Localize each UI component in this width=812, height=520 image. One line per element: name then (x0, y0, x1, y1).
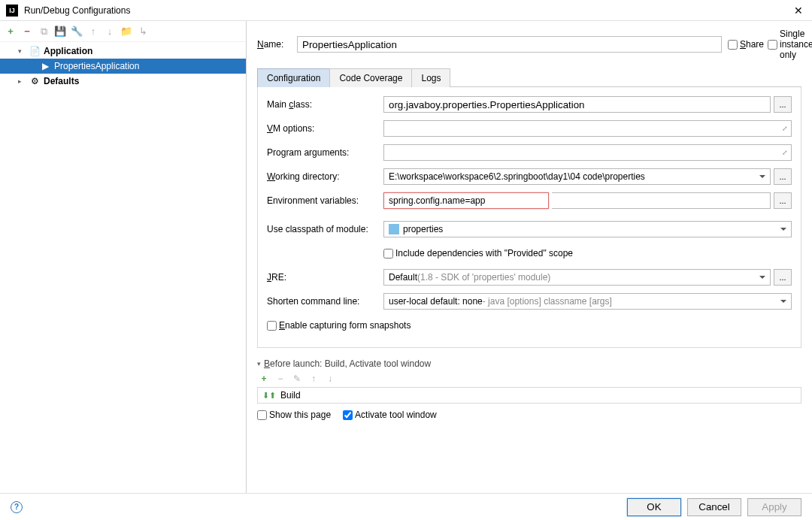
env-vars-input-rest[interactable] (552, 192, 771, 209)
build-icon: ⬇⬆ (262, 391, 276, 401)
window-title: Run/Debug Configurations (24, 5, 791, 16)
add-config-icon[interactable]: + (5, 26, 17, 38)
env-vars-input-highlight[interactable]: spring.config.name=app (383, 192, 549, 209)
chevron-down-icon: ▾ (257, 360, 261, 367)
tree-node-defaults[interactable]: ▸ ⚙ Defaults (0, 74, 246, 89)
single-instance-checkbox[interactable]: Single instance only (768, 29, 801, 60)
expand-icon[interactable]: ↳ (137, 26, 149, 38)
shorten-label: Shorten command line: (267, 296, 383, 307)
name-label: Name: (257, 39, 291, 50)
titlebar: IJ Run/Debug Configurations ✕ (0, 0, 812, 21)
program-args-input[interactable] (389, 145, 786, 160)
save-config-icon[interactable]: 💾 (54, 26, 66, 38)
main-class-browse-button[interactable]: ... (774, 96, 792, 113)
name-input[interactable] (297, 36, 722, 53)
remove-task-icon[interactable]: − (275, 373, 286, 384)
ok-button[interactable]: OK (627, 498, 681, 516)
run-config-icon: ▶ (39, 60, 51, 72)
copy-config-icon[interactable]: ⧉ (38, 26, 50, 38)
activate-tool-window-checkbox[interactable]: Activate tool window (343, 410, 437, 420)
close-icon[interactable]: ✕ (791, 5, 806, 17)
move-up-icon[interactable]: ↑ (87, 26, 99, 38)
content-panel: Name: Share Single instance only Configu… (247, 21, 812, 493)
configuration-panel: Main class: ... VM options: ⤢ Program ar… (257, 87, 801, 348)
env-vars-label: Environment variables: (267, 195, 383, 206)
build-task-row[interactable]: ⬇⬆ Build (257, 387, 801, 404)
include-deps-checkbox[interactable]: Include dependencies with "Provided" sco… (383, 248, 573, 258)
before-launch-toolbar: + − ✎ ↑ ↓ (257, 373, 801, 384)
jre-dropdown[interactable]: Default (1.8 - SDK of 'properties' modul… (383, 269, 771, 286)
folder-icon[interactable]: 📁 (120, 26, 132, 38)
intellij-icon: IJ (6, 5, 18, 17)
jre-label: JRE: (267, 272, 383, 283)
share-checkbox[interactable]: Share (728, 39, 762, 50)
show-this-page-checkbox[interactable]: Show this page (257, 410, 331, 420)
task-down-icon[interactable]: ↓ (325, 373, 335, 384)
jre-browse-button[interactable]: ... (774, 269, 792, 286)
tab-configuration[interactable]: Configuration (257, 68, 330, 87)
name-row: Name: Share Single instance only (257, 29, 801, 60)
chevron-down-icon: ▾ (18, 47, 26, 55)
working-dir-input[interactable]: E:\workspace\workspace6\2.springboot\day… (383, 168, 771, 185)
add-task-icon[interactable]: + (259, 373, 269, 384)
help-icon[interactable]: ? (11, 501, 23, 513)
edit-task-icon[interactable]: ✎ (292, 373, 302, 384)
expand-arrows-icon[interactable]: ⤢ (782, 125, 788, 132)
tab-code-coverage[interactable]: Code Coverage (329, 68, 412, 87)
env-vars-browse-button[interactable]: ... (774, 192, 792, 209)
sidebar-toolbar: + − ⧉ 💾 🔧 ↑ ↓ 📁 ↳ (0, 21, 246, 42)
chevron-right-icon: ▸ (18, 77, 26, 85)
remove-config-icon[interactable]: − (21, 26, 33, 38)
tree-node-properties-application[interactable]: ▶ PropertiesApplication (0, 59, 246, 74)
apply-button[interactable]: Apply (747, 498, 801, 516)
working-dir-label: Working directory: (267, 171, 383, 182)
main-class-label: Main class: (267, 99, 383, 110)
shorten-dropdown[interactable]: user-local default: none - java [options… (383, 293, 792, 310)
vm-options-label: VM options: (267, 123, 383, 134)
classpath-dropdown[interactable]: properties (383, 221, 792, 237)
footer: ? OK Cancel Apply (0, 493, 812, 520)
working-dir-browse-button[interactable]: ... (774, 168, 792, 185)
tree-node-application[interactable]: ▾ 📄 Application (0, 44, 246, 59)
module-icon (389, 224, 399, 234)
main-class-input[interactable] (383, 96, 771, 113)
classpath-label: Use classpath of module: (267, 224, 383, 234)
program-args-label: Program arguments: (267, 147, 383, 158)
config-tree: ▾ 📄 Application ▶ PropertiesApplication … (0, 42, 246, 493)
expand-arrows-icon[interactable]: ⤢ (782, 149, 788, 156)
settings-icon: ⚙ (29, 75, 41, 87)
application-icon: 📄 (29, 45, 41, 57)
before-launch-header[interactable]: ▾ Before launch: Build, Activate tool wi… (257, 358, 801, 369)
task-up-icon[interactable]: ↑ (308, 373, 319, 384)
tabs: Configuration Code Coverage Logs (257, 68, 801, 87)
snapshots-checkbox[interactable]: Enable capturing form snapshots (267, 320, 411, 331)
cancel-button[interactable]: Cancel (687, 498, 741, 516)
sidebar: + − ⧉ 💾 🔧 ↑ ↓ 📁 ↳ ▾ 📄 Application ▶ Prop… (0, 21, 247, 493)
main-area: + − ⧉ 💾 🔧 ↑ ↓ 📁 ↳ ▾ 📄 Application ▶ Prop… (0, 21, 812, 493)
move-down-icon[interactable]: ↓ (104, 26, 116, 38)
vm-options-input[interactable] (389, 121, 786, 136)
tab-logs[interactable]: Logs (411, 68, 450, 87)
wrench-icon[interactable]: 🔧 (71, 26, 83, 38)
